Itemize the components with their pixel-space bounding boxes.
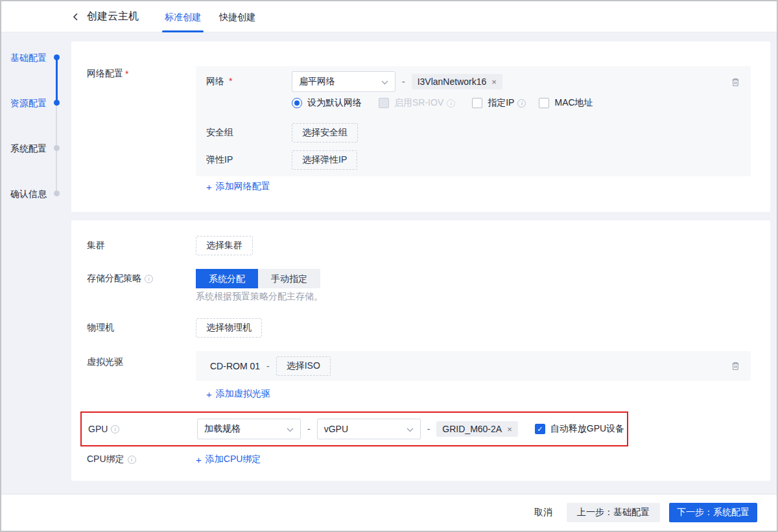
info-icon[interactable]: i — [111, 425, 119, 434]
top-bar: 创建云主机 标准创建 快捷创建 — [1, 1, 777, 32]
gpu-type-value: vGPU — [324, 424, 348, 434]
gpu-spec-value: 加载规格 — [204, 423, 241, 435]
network-tag-name: I3VlanNetwork16 — [418, 76, 487, 87]
network-entry-panel: 网络 * 扁平网络 - I3VlanNetwork16 × — [196, 66, 751, 176]
separator: - — [427, 424, 430, 434]
info-icon[interactable]: i — [447, 99, 455, 108]
storage-policy-toggle: 系统分配 手动指定 — [196, 269, 320, 288]
chevron-down-icon — [287, 424, 294, 434]
remove-tag-icon[interactable]: × — [491, 77, 497, 87]
trash-icon — [731, 361, 740, 373]
default-network-radio[interactable] — [292, 98, 302, 108]
step-dot-confirm — [54, 191, 60, 196]
step-connector-done — [56, 57, 58, 102]
step-basic-config[interactable]: 基础配置 — [10, 52, 49, 64]
network-label: 网络 — [206, 76, 224, 86]
cdrom-entry-panel: CD-ROM 01 - 选择ISO — [196, 351, 751, 381]
assign-ip-label: 指定IP — [488, 97, 514, 109]
check-icon: ✓ — [537, 425, 543, 434]
gpu-label: GPU — [88, 424, 108, 434]
network-config-card: 网络配置 * 网络 * 扁平网络 - I3VlanNetwork16 — [71, 41, 770, 212]
network-type-value: 扁平网络 — [299, 76, 335, 87]
trash-icon — [731, 77, 740, 89]
plus-icon: + — [196, 454, 202, 465]
eip-label: 弹性IP — [206, 154, 292, 166]
cancel-button[interactable]: 取消 — [532, 503, 555, 522]
info-icon[interactable]: i — [517, 99, 526, 108]
gpu-auto-release-label: 自动释放GPU设备 — [550, 423, 624, 435]
required-asterisk: * — [229, 76, 232, 86]
chevron-down-icon — [407, 424, 414, 434]
storage-manual-option[interactable]: 手动指定 — [258, 269, 320, 288]
step-resource-config[interactable]: 资源配置 — [10, 98, 49, 110]
cpu-pin-label: CPU绑定 — [87, 454, 124, 465]
network-config-label: 网络配置 — [87, 68, 123, 80]
add-cdrom-label: 添加虚拟光驱 — [216, 388, 270, 400]
network-type-select[interactable]: 扁平网络 — [292, 71, 395, 92]
chevron-down-icon — [381, 76, 388, 87]
gpu-type-select[interactable]: vGPU — [317, 419, 421, 439]
step-system-config[interactable]: 系统配置 — [10, 143, 49, 155]
assign-ip-checkbox[interactable] — [472, 98, 482, 108]
step-dot-system — [54, 145, 60, 151]
page-title: 创建云主机 — [87, 10, 139, 23]
add-cpu-pin-link[interactable]: + 添加CPU绑定 — [196, 454, 261, 465]
cdrom-label: 虚拟光驱 — [87, 356, 123, 368]
storage-auto-option[interactable]: 系统分配 — [196, 269, 258, 288]
storage-policy-label: 存储分配策略 — [87, 273, 141, 284]
separator: - — [307, 424, 311, 434]
resource-config-card: 集群 选择集群 存储分配策略 i 系统分配 手动指定 系统根据预置策略分配主存储… — [71, 220, 770, 481]
separator: - — [266, 361, 270, 371]
select-host-button[interactable]: 选择物理机 — [196, 318, 262, 338]
cluster-label: 集群 — [87, 240, 196, 251]
add-cdrom-link[interactable]: + 添加虚拟光驱 — [206, 388, 270, 400]
add-network-config-link[interactable]: + 添加网络配置 — [206, 181, 270, 192]
select-iso-button[interactable]: 选择ISO — [276, 356, 331, 376]
step-dot-resource — [54, 100, 60, 106]
host-label: 物理机 — [87, 322, 196, 334]
mac-checkbox[interactable] — [539, 98, 549, 108]
remove-tag-icon[interactable]: × — [507, 424, 512, 434]
create-vm-page: 创建云主机 标准创建 快捷创建 基础配置 资源配置 系统配置 确认信息 网络配置… — [0, 0, 778, 532]
plus-icon: + — [206, 181, 212, 192]
gpu-row-highlight: GPU i 加载规格 - vGPU - GRID_M60-2A × — [80, 411, 628, 446]
gpu-tag-name: GRID_M60-2A — [442, 424, 502, 434]
delete-network-entry-button[interactable] — [731, 77, 740, 89]
footer-bar: 取消 上一步：基础配置 下一步：系统配置 — [1, 494, 777, 531]
step-nav: 基础配置 资源配置 系统配置 确认信息 — [1, 1, 71, 531]
add-network-config-label: 添加网络配置 — [216, 181, 270, 192]
step-dot-basic — [54, 54, 60, 60]
required-asterisk: * — [125, 69, 128, 79]
gpu-spec-select[interactable]: 加载规格 — [197, 419, 301, 439]
next-step-button[interactable]: 下一步：系统配置 — [669, 503, 757, 522]
step-confirm-info[interactable]: 确认信息 — [10, 189, 49, 200]
plus-icon: + — [206, 389, 212, 400]
separator: - — [402, 76, 405, 87]
select-security-group-button[interactable]: 选择安全组 — [292, 123, 358, 143]
gpu-auto-release-checkbox[interactable]: ✓ — [535, 424, 545, 434]
select-eip-button[interactable]: 选择弹性IP — [292, 150, 357, 170]
back-button[interactable] — [71, 12, 80, 22]
mac-label: MAC地址 — [554, 97, 593, 109]
cdrom-name: CD-ROM 01 — [210, 361, 260, 371]
security-group-label: 安全组 — [206, 127, 292, 139]
prev-step-button[interactable]: 上一步：基础配置 — [567, 503, 660, 522]
add-cpu-pin-label: 添加CPU绑定 — [206, 454, 261, 465]
default-network-label: 设为默认网络 — [307, 97, 362, 109]
info-icon[interactable]: i — [145, 275, 153, 283]
gpu-tag: GRID_M60-2A × — [436, 421, 517, 437]
sriov-label: 启用SR-IOV — [394, 97, 443, 109]
network-tag: I3VlanNetwork16 × — [412, 74, 502, 89]
select-cluster-button[interactable]: 选择集群 — [196, 236, 253, 255]
chevron-left-icon — [71, 12, 80, 22]
sriov-checkbox — [379, 98, 389, 108]
info-icon[interactable]: i — [128, 456, 136, 464]
tab-quick-create[interactable]: 快捷创建 — [219, 1, 255, 32]
tab-standard-create[interactable]: 标准创建 — [165, 1, 201, 32]
create-mode-tabs: 标准创建 快捷创建 — [165, 1, 274, 32]
delete-cdrom-button[interactable] — [731, 361, 740, 373]
storage-policy-hint: 系统根据预置策略分配主存储。 — [196, 291, 323, 303]
